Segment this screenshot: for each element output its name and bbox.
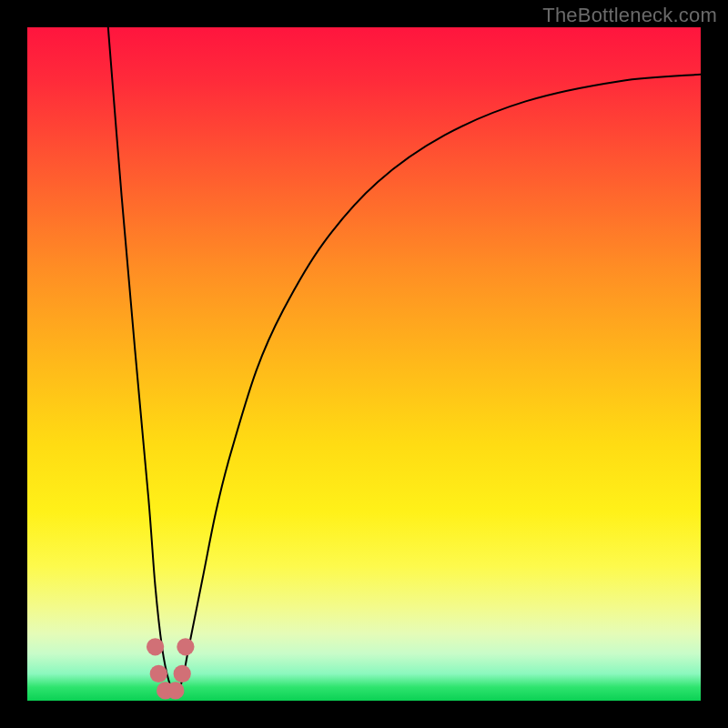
optimum-dot — [167, 682, 184, 699]
plot-area — [27, 27, 701, 701]
chart-frame: TheBottleneck.com — [0, 0, 728, 728]
optimum-dot — [150, 665, 167, 682]
optimum-dot — [177, 638, 194, 655]
bottleneck-svg — [27, 27, 701, 701]
bottleneck-curve-path — [108, 27, 701, 694]
watermark-text: TheBottleneck.com — [542, 4, 717, 27]
optimum-dot — [147, 638, 164, 655]
optimum-dot — [174, 665, 191, 682]
near-optimum-dots — [147, 638, 195, 699]
